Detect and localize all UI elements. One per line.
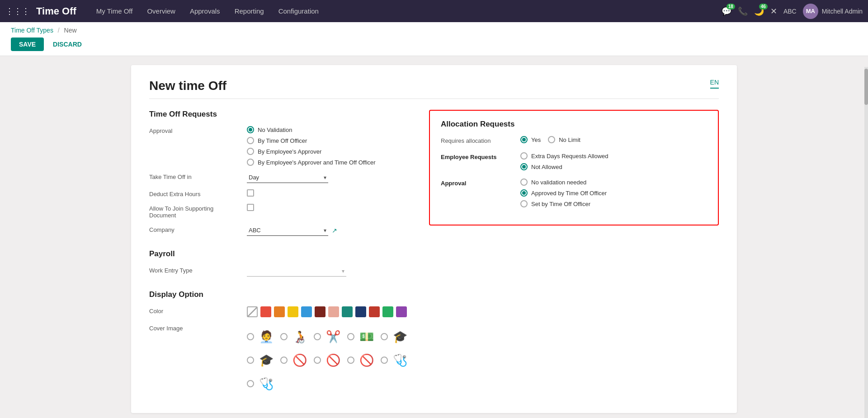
alloc-yes[interactable]: Yes (520, 136, 541, 143)
payroll-header: Payroll (149, 249, 415, 258)
deduct-extra-hours-checkbox[interactable] (247, 189, 254, 197)
cover-item-7[interactable]: 🚫 (280, 351, 309, 370)
cover-radio-7[interactable] (280, 357, 288, 364)
approval-by-approver[interactable]: By Employee's Approver (247, 148, 415, 155)
nav-overview[interactable]: Overview (142, 5, 181, 18)
radio-er-not-allowed[interactable] (520, 163, 528, 170)
nav-my-time-off[interactable]: My Time Off (91, 5, 138, 18)
take-time-off-label: Take Time Off in (149, 172, 240, 180)
cover-item-5[interactable]: 🎓 (381, 327, 410, 346)
chat-icon[interactable]: 💬 18 (722, 6, 731, 16)
color-swatch-red[interactable] (260, 306, 271, 317)
radio-no-validation[interactable] (247, 126, 254, 133)
discard-button[interactable]: DISCARD (47, 38, 87, 51)
radio-er-extra-days[interactable] (520, 152, 528, 160)
color-swatch-blue[interactable] (301, 306, 312, 317)
alloc-set-by-officer[interactable]: Set by Time Off Officer (520, 200, 707, 207)
work-entry-row: Work Entry Type (149, 266, 415, 277)
approval-by-both[interactable]: By Employee's Approver and Time Off Offi… (247, 159, 415, 166)
color-swatch-purple[interactable] (396, 306, 407, 317)
cover-item-4[interactable]: 💵 (347, 327, 376, 346)
company-select[interactable]: ABC (247, 225, 328, 236)
moon-icon[interactable]: 🌙 46 (754, 6, 764, 16)
nav-reporting[interactable]: Reporting (229, 5, 269, 18)
approval-no-validation[interactable]: No Validation (247, 126, 415, 133)
cover-item-8[interactable]: 🚫 (314, 351, 343, 370)
cover-icon-person2: 🧑‍🦽 (290, 327, 309, 346)
cover-radio-11[interactable] (247, 380, 254, 387)
take-time-off-select[interactable]: Day Half Day Hours (247, 172, 328, 183)
scroll-thumb[interactable] (864, 69, 868, 105)
alloc-approved-by-officer[interactable]: Approved by Time Off Officer (520, 189, 707, 197)
company-external-link[interactable]: ↗ (332, 227, 337, 234)
cover-radio-9[interactable] (347, 357, 354, 364)
employee-requests-label: Employee Requests (441, 152, 513, 160)
color-swatch-yellow[interactable] (288, 306, 298, 317)
app-title[interactable]: Time Off (36, 5, 76, 17)
display-option-header: Display Option (149, 290, 415, 299)
grid-icon[interactable]: ⋮⋮⋮ (5, 6, 30, 16)
cover-item-11[interactable]: 🩺 (247, 374, 276, 393)
radio-by-approver[interactable] (247, 148, 254, 155)
color-swatch-salmon[interactable] (328, 306, 339, 317)
cover-item-1[interactable]: 🧑‍💼 (247, 327, 276, 346)
cover-radio-6[interactable] (247, 357, 254, 364)
alloc-no-validation[interactable]: No validation needed (520, 178, 707, 186)
radio-by-officer[interactable] (247, 137, 254, 144)
radio-by-both[interactable] (247, 159, 254, 166)
color-swatch-dark-red[interactable] (315, 306, 326, 317)
color-swatch-orange[interactable] (274, 306, 285, 317)
allow-join-field (247, 204, 415, 211)
save-button[interactable]: SAVE (11, 38, 44, 51)
er-extra-days[interactable]: Extra Days Requests Allowed (520, 152, 707, 160)
nav-approvals[interactable]: Approvals (184, 5, 226, 18)
form-columns: Time Off Requests Approval No Validation (149, 110, 719, 399)
language-badge[interactable]: EN (710, 79, 719, 89)
work-entry-select[interactable] (247, 266, 346, 277)
cover-radio-1[interactable] (247, 333, 254, 340)
breadcrumb-parent[interactable]: Time Off Types (11, 27, 53, 34)
color-swatch-navy[interactable] (355, 306, 366, 317)
cover-radio-10[interactable] (381, 357, 388, 364)
color-swatch-none[interactable] (247, 306, 258, 317)
display-option-section: Display Option Color (149, 290, 415, 393)
approval-by-officer[interactable]: By Time Off Officer (247, 137, 415, 144)
cover-icon-stethoscope2: 🩺 (257, 374, 276, 393)
close-icon[interactable]: ✕ (770, 6, 777, 16)
work-entry-field (247, 266, 415, 277)
cover-radio-4[interactable] (347, 333, 354, 340)
alloc-no-limit[interactable]: No Limit (548, 136, 580, 143)
cover-radio-2[interactable] (280, 333, 288, 340)
cover-item-6[interactable]: 🎓 (247, 351, 276, 370)
allow-join-checkbox[interactable] (247, 204, 254, 211)
color-swatches (247, 306, 415, 317)
requires-allocation-field: Yes No Limit (520, 136, 707, 143)
cover-radio-8[interactable] (314, 357, 321, 364)
er-not-allowed[interactable]: Not Allowed (520, 163, 707, 170)
alloc-approval-row: Approval No validation needed Approved b… (441, 178, 707, 207)
radio-alloc-yes[interactable] (520, 136, 528, 143)
nav-configuration[interactable]: Configuration (273, 5, 324, 18)
radio-alloc-no-limit[interactable] (548, 136, 555, 143)
cover-item-10[interactable]: 🩺 (381, 351, 410, 370)
color-swatch-green[interactable] (382, 306, 393, 317)
radio-alloc-no-limit-label: No Limit (559, 136, 580, 143)
cover-item-9[interactable]: 🚫 (347, 351, 376, 370)
cover-item-2[interactable]: 🧑‍🦽 (280, 327, 309, 346)
radio-alloc-no-validation[interactable] (520, 178, 528, 186)
cover-radio-3[interactable] (314, 333, 321, 340)
payroll-section: Payroll Work Entry Type (149, 249, 415, 277)
radio-alloc-approved[interactable] (520, 189, 528, 197)
color-swatch-teal[interactable] (342, 306, 353, 317)
radio-alloc-set[interactable] (520, 200, 528, 207)
color-row-outer: Color (149, 306, 415, 317)
phone-icon[interactable]: 📞 (738, 6, 748, 16)
take-time-off-select-wrapper: Day Half Day Hours (247, 172, 328, 183)
color-swatch-crimson[interactable] (369, 306, 380, 317)
deduct-extra-hours-row: Deduct Extra Hours (149, 189, 415, 197)
scrollbar[interactable] (864, 67, 868, 418)
cover-item-3[interactable]: ✂️ (314, 327, 343, 346)
breadcrumb-bar: Time Off Types / New SAVE DISCARD (0, 22, 868, 56)
cover-radio-5[interactable] (381, 333, 388, 340)
user-menu[interactable]: MA Mitchell Admin (803, 4, 863, 19)
